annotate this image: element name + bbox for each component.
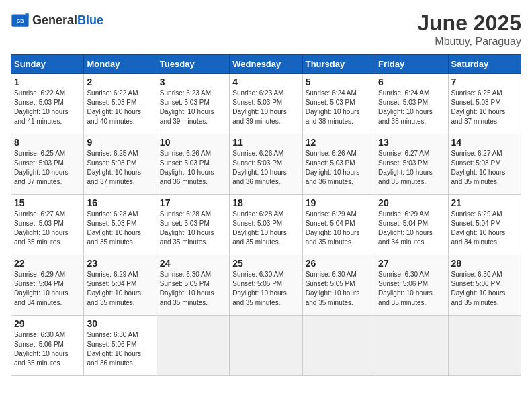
calendar-cell: 28Sunrise: 6:30 AMSunset: 5:06 PMDayligh… [448, 255, 521, 316]
logo-text: GeneralBlue [32, 13, 103, 28]
day-number: 8 [14, 137, 81, 148]
calendar-cell [375, 316, 448, 376]
calendar-cell [302, 316, 375, 376]
day-number: 14 [451, 137, 518, 148]
day-number: 9 [87, 137, 153, 148]
day-number: 30 [87, 318, 153, 329]
calendar-row-1: 1Sunrise: 6:22 AMSunset: 5:03 PMDaylight… [11, 74, 521, 134]
day-info: Sunrise: 6:25 AMSunset: 5:03 PMDaylight:… [14, 149, 81, 187]
day-number: 28 [451, 258, 518, 269]
day-number: 12 [306, 137, 372, 148]
day-info: Sunrise: 6:27 AMSunset: 5:03 PMDaylight:… [14, 210, 81, 247]
day-info: Sunrise: 6:30 AMSunset: 5:05 PMDaylight:… [306, 270, 372, 308]
day-number: 22 [14, 258, 81, 269]
calendar-cell: 27Sunrise: 6:30 AMSunset: 5:06 PMDayligh… [375, 255, 448, 316]
day-info: Sunrise: 6:26 AMSunset: 5:03 PMDaylight:… [160, 149, 226, 187]
day-info: Sunrise: 6:30 AMSunset: 5:06 PMDaylight:… [451, 270, 518, 308]
calendar-cell: 19Sunrise: 6:29 AMSunset: 5:04 PMDayligh… [302, 195, 375, 255]
day-info: Sunrise: 6:22 AMSunset: 5:03 PMDaylight:… [87, 89, 153, 126]
day-number: 26 [306, 258, 372, 269]
calendar-cell: 18Sunrise: 6:28 AMSunset: 5:03 PMDayligh… [230, 195, 302, 255]
day-info: Sunrise: 6:29 AMSunset: 5:04 PMDaylight:… [378, 210, 445, 247]
day-info: Sunrise: 6:23 AMSunset: 5:03 PMDaylight:… [232, 89, 299, 126]
day-number: 16 [87, 197, 153, 208]
day-info: Sunrise: 6:30 AMSunset: 5:06 PMDaylight:… [378, 270, 445, 308]
calendar-cell [230, 316, 302, 376]
day-number: 10 [160, 137, 226, 148]
day-number: 25 [232, 258, 299, 269]
title-area: June 2025 Mbutuy, Paraguay [417, 11, 521, 48]
day-number: 5 [306, 77, 372, 87]
day-info: Sunrise: 6:30 AMSunset: 5:05 PMDaylight:… [232, 270, 299, 308]
calendar-cell: 22Sunrise: 6:29 AMSunset: 5:04 PMDayligh… [11, 255, 84, 316]
calendar-cell: 3Sunrise: 6:23 AMSunset: 5:03 PMDaylight… [157, 74, 229, 134]
calendar-row-5: 29Sunrise: 6:30 AMSunset: 5:06 PMDayligh… [11, 316, 521, 376]
header: GB GeneralBlue June 2025 Mbutuy, Paragua… [11, 11, 521, 48]
day-info: Sunrise: 6:29 AMSunset: 5:04 PMDaylight:… [14, 270, 81, 308]
day-number: 20 [378, 197, 445, 208]
calendar-cell: 2Sunrise: 6:22 AMSunset: 5:03 PMDaylight… [84, 74, 157, 134]
day-info: Sunrise: 6:23 AMSunset: 5:03 PMDaylight:… [160, 89, 226, 126]
col-saturday: Saturday [448, 55, 521, 74]
col-wednesday: Wednesday [230, 55, 302, 74]
day-number: 7 [451, 77, 518, 87]
calendar-cell: 1Sunrise: 6:22 AMSunset: 5:03 PMDaylight… [11, 74, 84, 134]
calendar-cell: 12Sunrise: 6:26 AMSunset: 5:03 PMDayligh… [302, 134, 375, 195]
calendar-cell: 13Sunrise: 6:27 AMSunset: 5:03 PMDayligh… [375, 134, 448, 195]
calendar-cell [157, 316, 229, 376]
calendar-cell: 5Sunrise: 6:24 AMSunset: 5:03 PMDaylight… [302, 74, 375, 134]
day-info: Sunrise: 6:30 AMSunset: 5:06 PMDaylight:… [87, 330, 153, 368]
calendar-cell: 25Sunrise: 6:30 AMSunset: 5:05 PMDayligh… [230, 255, 302, 316]
calendar-cell: 9Sunrise: 6:25 AMSunset: 5:03 PMDaylight… [84, 134, 157, 195]
day-info: Sunrise: 6:24 AMSunset: 5:03 PMDaylight:… [306, 89, 372, 126]
calendar-header-row: Sunday Monday Tuesday Wednesday Thursday… [11, 55, 521, 74]
calendar-cell: 8Sunrise: 6:25 AMSunset: 5:03 PMDaylight… [11, 134, 84, 195]
day-info: Sunrise: 6:28 AMSunset: 5:03 PMDaylight:… [232, 210, 299, 247]
calendar-table: Sunday Monday Tuesday Wednesday Thursday… [11, 54, 521, 376]
day-number: 13 [378, 137, 445, 148]
day-info: Sunrise: 6:30 AMSunset: 5:06 PMDaylight:… [14, 330, 81, 368]
day-number: 19 [306, 197, 372, 208]
day-info: Sunrise: 6:30 AMSunset: 5:05 PMDaylight:… [160, 270, 226, 308]
col-friday: Friday [375, 55, 448, 74]
day-info: Sunrise: 6:29 AMSunset: 5:04 PMDaylight:… [306, 210, 372, 247]
day-number: 2 [87, 77, 153, 87]
calendar-cell: 20Sunrise: 6:29 AMSunset: 5:04 PMDayligh… [375, 195, 448, 255]
day-info: Sunrise: 6:27 AMSunset: 5:03 PMDaylight:… [451, 149, 518, 187]
day-number: 29 [14, 318, 81, 329]
col-sunday: Sunday [11, 55, 84, 74]
day-number: 4 [232, 77, 299, 87]
calendar-row-3: 15Sunrise: 6:27 AMSunset: 5:03 PMDayligh… [11, 195, 521, 255]
day-number: 3 [160, 77, 226, 87]
calendar-row-2: 8Sunrise: 6:25 AMSunset: 5:03 PMDaylight… [11, 134, 521, 195]
day-number: 11 [232, 137, 299, 148]
calendar-subtitle: Mbutuy, Paraguay [417, 36, 521, 48]
calendar-cell: 29Sunrise: 6:30 AMSunset: 5:06 PMDayligh… [11, 316, 84, 376]
calendar-row-4: 22Sunrise: 6:29 AMSunset: 5:04 PMDayligh… [11, 255, 521, 316]
day-info: Sunrise: 6:29 AMSunset: 5:04 PMDaylight:… [451, 210, 518, 247]
day-number: 6 [378, 77, 445, 87]
calendar-cell: 7Sunrise: 6:25 AMSunset: 5:03 PMDaylight… [448, 74, 521, 134]
logo-general: General [32, 13, 77, 27]
logo: GB GeneralBlue [11, 11, 103, 30]
day-info: Sunrise: 6:27 AMSunset: 5:03 PMDaylight:… [378, 149, 445, 187]
day-number: 27 [378, 258, 445, 269]
day-info: Sunrise: 6:26 AMSunset: 5:03 PMDaylight:… [232, 149, 299, 187]
calendar-cell: 17Sunrise: 6:28 AMSunset: 5:03 PMDayligh… [157, 195, 229, 255]
svg-text:GB: GB [17, 19, 24, 24]
day-info: Sunrise: 6:26 AMSunset: 5:03 PMDaylight:… [306, 149, 372, 187]
calendar-title: June 2025 [417, 11, 521, 36]
calendar-cell: 21Sunrise: 6:29 AMSunset: 5:04 PMDayligh… [448, 195, 521, 255]
day-info: Sunrise: 6:28 AMSunset: 5:03 PMDaylight:… [160, 210, 226, 247]
col-monday: Monday [84, 55, 157, 74]
day-info: Sunrise: 6:24 AMSunset: 5:03 PMDaylight:… [378, 89, 445, 126]
col-tuesday: Tuesday [157, 55, 229, 74]
day-number: 18 [232, 197, 299, 208]
day-info: Sunrise: 6:28 AMSunset: 5:03 PMDaylight:… [87, 210, 153, 247]
day-number: 21 [451, 197, 518, 208]
day-info: Sunrise: 6:25 AMSunset: 5:03 PMDaylight:… [451, 89, 518, 126]
col-thursday: Thursday [302, 55, 375, 74]
day-number: 23 [87, 258, 153, 269]
calendar-cell: 4Sunrise: 6:23 AMSunset: 5:03 PMDaylight… [230, 74, 302, 134]
calendar-cell: 14Sunrise: 6:27 AMSunset: 5:03 PMDayligh… [448, 134, 521, 195]
